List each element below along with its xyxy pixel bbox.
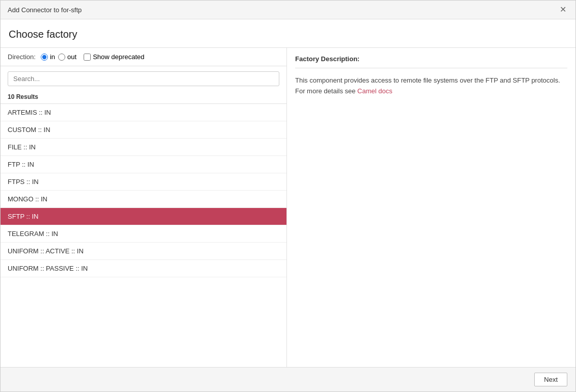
radio-out-input[interactable] [58,54,65,61]
search-box [8,71,279,86]
radio-in-input[interactable] [41,54,48,61]
show-deprecated-label: Show deprecated [93,53,144,61]
list-item[interactable]: CUSTOM :: IN [1,121,286,139]
factory-description-text: This component provides access to remote… [295,75,567,97]
list-item[interactable]: ARTEMIS :: IN [1,104,286,121]
camel-docs-link[interactable]: Camel docs [357,87,392,95]
list-item[interactable]: UNIFORM :: ACTIVE :: IN [1,243,286,260]
radio-in[interactable]: in [41,53,55,61]
dialog-container: Add Connector to for-sftp ✕ Choose facto… [0,0,576,392]
direction-label: Direction: [8,53,36,61]
dialog-body: Choose factory Direction: in out [1,19,575,367]
next-button[interactable]: Next [534,373,567,386]
dialog-heading: Choose factory [1,19,575,48]
show-deprecated-checkbox-label[interactable]: Show deprecated [84,53,144,61]
results-count: 10 Results [1,91,286,104]
list-item[interactable]: MONGO :: IN [1,191,286,208]
list-item[interactable]: SFTP :: IN [1,208,286,225]
factory-list: ARTEMIS :: INCUSTOM :: INFILE :: INFTP :… [1,104,286,367]
dialog-title: Add Connector to for-sftp [8,6,82,14]
factory-description-title: Factory Description: [295,55,567,68]
close-button[interactable]: ✕ [558,5,568,15]
dialog-footer: Next [1,367,575,391]
list-item[interactable]: FILE :: IN [1,139,286,156]
page-title: Choose factory [9,29,567,40]
left-panel: Direction: in out Show deprecated [1,48,287,367]
list-item[interactable]: FTPS :: IN [1,173,286,191]
show-deprecated-input[interactable] [84,54,91,61]
factory-desc-before: This component provides access to remote… [295,76,560,95]
list-item[interactable]: FTP :: IN [1,156,286,173]
radio-in-label: in [50,53,55,61]
content-area: Direction: in out Show deprecated [1,48,575,367]
direction-row: Direction: in out Show deprecated [1,48,286,66]
list-item[interactable]: UNIFORM :: PASSIVE :: IN [1,260,286,277]
right-panel: Factory Description: This component prov… [287,48,575,367]
radio-out-label: out [67,53,76,61]
dialog-titlebar: Add Connector to for-sftp ✕ [1,1,575,19]
list-item[interactable]: TELEGRAM :: IN [1,225,286,243]
search-input[interactable] [8,71,279,86]
radio-out[interactable]: out [58,53,76,61]
